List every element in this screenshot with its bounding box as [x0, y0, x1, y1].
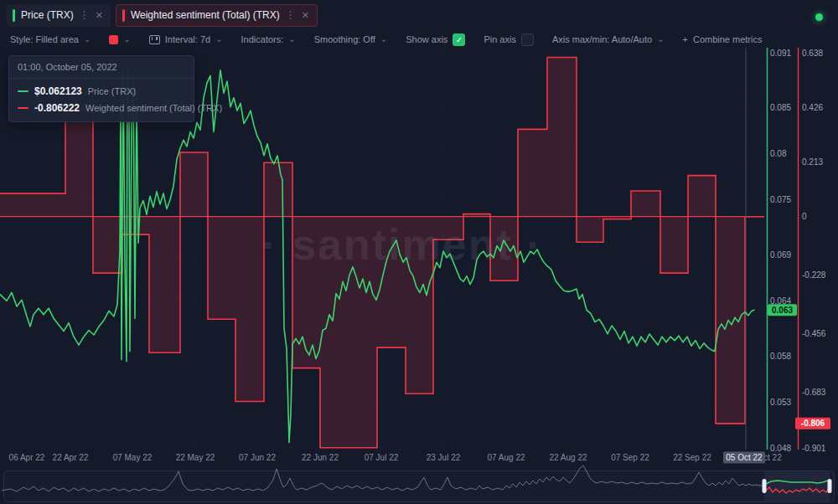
price-tick-label: 0.058	[770, 352, 791, 361]
sentiment-tick-label: 0	[802, 212, 807, 221]
x-tick-label: 22 May 22	[176, 453, 215, 462]
calendar-icon	[149, 35, 160, 44]
interval-dropdown-label: Interval: 7d	[165, 34, 210, 44]
pin-axis-checkbox[interactable]	[521, 33, 534, 46]
close-icon[interactable]: ✕	[302, 11, 309, 20]
x-tick-label: 06 Apr 22	[9, 453, 45, 462]
pin-axis-label: Pin axis	[484, 34, 516, 44]
kebab-menu-icon[interactable]: ⋮	[80, 10, 90, 20]
minimap-selection-region[interactable]	[764, 472, 830, 501]
tooltip-price-label: Price (TRX)	[88, 86, 136, 96]
combine-metrics-button[interactable]: + Combine metrics	[683, 34, 763, 44]
show-axis-label: Show axis	[406, 34, 447, 44]
indicators-dropdown[interactable]: Indicators: ⌄	[241, 34, 296, 44]
price-series-dash-icon	[18, 90, 28, 92]
tab-price-label: Price (TRX)	[21, 9, 74, 21]
sentiment-tick-label: 0.213	[802, 157, 823, 167]
sentiment-tick-label: -0.228	[802, 270, 826, 280]
chevron-down-icon: ⌄	[84, 34, 91, 44]
x-axis-labels: 06 Apr 2222 Apr 2207 May 2222 May 2207 J…	[9, 453, 783, 462]
smoothing-dropdown-label: Smoothing: Off	[314, 34, 375, 44]
price-tick-label: 0.075	[770, 195, 791, 204]
tab-weighted-sentiment[interactable]: Weighted sentiment (Total) (TRX) ⋮ ✕	[116, 4, 318, 27]
tooltip-price-value: $0.062123	[34, 85, 82, 97]
kebab-menu-icon[interactable]: ⋮	[286, 10, 296, 20]
range-handle-left[interactable]	[763, 479, 767, 493]
hover-tooltip: 01:00, October 05, 2022 $0.062123 Price …	[8, 55, 194, 122]
price-tick-label: 0.048	[770, 444, 791, 453]
price-tick-label: 0.08	[770, 149, 787, 158]
chevron-down-icon: ⌄	[288, 34, 295, 44]
sentiment-tick-label: -0.456	[802, 329, 826, 338]
series-color-dropdown[interactable]: ⌄	[109, 35, 130, 44]
x-tick-label: 22 Jun 22	[302, 453, 339, 462]
x-tick-label: 07 May 22	[113, 453, 153, 462]
interval-dropdown[interactable]: Interval: 7d ⌄	[149, 34, 223, 44]
chart-toolbar: Style: Filled area ⌄ ⌄ Interval: 7d ⌄ In…	[0, 30, 838, 49]
live-status-dot	[815, 13, 823, 21]
x-tick-label: 07 Aug 22	[487, 453, 525, 462]
tooltip-timestamp: 01:00, October 05, 2022	[9, 56, 194, 79]
sentiment-current-badge: -0.806	[795, 418, 830, 429]
price-badge-value: 0.063	[772, 306, 793, 315]
sentiment-series-dash-icon	[18, 107, 28, 109]
indicators-dropdown-label: Indicators:	[241, 34, 284, 44]
crosshair-date-badge: 05 Oct 22	[723, 452, 765, 464]
x-tick-label: 23 Jul 22	[427, 453, 461, 462]
range-handle-right[interactable]	[828, 479, 832, 493]
series-color-swatch	[109, 35, 118, 44]
pin-axis-toggle[interactable]: Pin axis	[484, 33, 534, 46]
chevron-down-icon: ⌄	[657, 34, 664, 44]
close-icon[interactable]: ✕	[96, 11, 103, 20]
x-tick-label: 22 Apr 22	[53, 453, 89, 462]
price-tick-label: 0.069	[770, 250, 791, 260]
x-tick-label: 22 Sep 22	[673, 453, 711, 462]
tab-price[interactable]: Price (TRX) ⋮ ✕	[7, 4, 111, 27]
tooltip-sentiment-value: -0.806222	[34, 102, 80, 114]
chart-app: · santiment ·0.0910.0850.080.0750.0690.0…	[0, 0, 838, 504]
tooltip-row-sentiment: -0.806222 Weighted sentiment (Total) (TR…	[18, 102, 185, 114]
show-axis-checkbox[interactable]: ✓	[453, 33, 465, 46]
price-tick-label: 0.053	[770, 398, 791, 407]
combine-metrics-label: Combine metrics	[693, 34, 763, 44]
price-axis-labels: 0.0910.0850.080.0750.0690.0640.0580.0530…	[770, 49, 791, 453]
sentiment-axis-labels: 0.6380.4260.2130-0.228-0.456-0.683-0.901	[802, 49, 826, 453]
x-tick-label: 07 Jul 22	[365, 453, 399, 462]
tooltip-sentiment-label: Weighted sentiment (Total) (TRX)	[85, 103, 222, 113]
price-current-badge: 0.063	[768, 304, 797, 316]
tab-bar: Price (TRX) ⋮ ✕ Weighted sentiment (Tota…	[0, 0, 838, 30]
axis-maxmin-dropdown[interactable]: Axis max/min: Auto/Auto ⌄	[552, 34, 665, 44]
minimap-frame	[4, 471, 835, 502]
sentiment-tick-label: -0.901	[802, 444, 826, 453]
plus-icon: +	[683, 34, 688, 44]
sentiment-tick-label: -0.683	[802, 388, 826, 397]
overview-minimap[interactable]	[2, 465, 835, 502]
show-axis-toggle[interactable]: Show axis ✓	[406, 33, 465, 46]
price-accent-bar	[13, 9, 15, 22]
x-tick-label: 07 Sep 22	[611, 453, 649, 462]
smoothing-dropdown[interactable]: Smoothing: Off ⌄	[314, 34, 388, 44]
tab-sentiment-label: Weighted sentiment (Total) (TRX)	[131, 9, 280, 21]
axis-maxmin-label: Axis max/min: Auto/Auto	[552, 34, 652, 44]
x-tick-label: 22 Aug 22	[549, 453, 587, 462]
chevron-down-icon: ⌄	[380, 34, 387, 44]
sentiment-accent-bar	[122, 9, 125, 22]
sentiment-badge-value: -0.806	[801, 419, 825, 428]
style-dropdown-label: Style: Filled area	[10, 34, 79, 44]
date-badge-value: 05 Oct 22	[726, 453, 763, 462]
x-tick-label: 07 Jun 22	[239, 453, 276, 462]
style-dropdown[interactable]: Style: Filled area ⌄	[10, 34, 91, 44]
price-tick-label: 0.085	[770, 103, 791, 112]
tooltip-row-price: $0.062123 Price (TRX)	[18, 85, 185, 97]
sentiment-tick-label: 0.638	[802, 49, 823, 58]
chevron-down-icon: ⌄	[215, 34, 222, 44]
chevron-down-icon: ⌄	[123, 34, 130, 44]
price-tick-label: 0.091	[770, 49, 791, 58]
sentiment-tick-label: 0.426	[802, 103, 823, 112]
price-tick-label: 0.064	[770, 296, 791, 306]
